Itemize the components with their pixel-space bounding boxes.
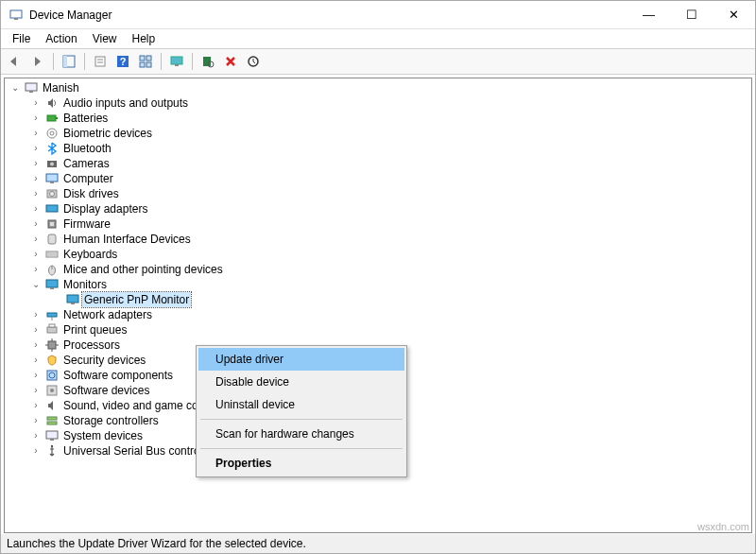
tree-node-label: System devices xyxy=(61,428,145,443)
tree-node[interactable]: ›Print queues xyxy=(9,322,751,338)
expander-icon[interactable]: › xyxy=(29,171,43,186)
expander-icon[interactable]: › xyxy=(29,413,43,428)
back-button[interactable] xyxy=(5,51,26,72)
tree-node-label: Firmware xyxy=(61,216,112,232)
tree-node[interactable]: ›Network adapters xyxy=(9,307,751,322)
tree-node[interactable]: ›Audio inputs and outputs xyxy=(9,95,751,111)
tree-node-label: Storage controllers xyxy=(61,413,161,428)
system-icon xyxy=(44,428,60,443)
status-text: Launches the Update Driver Wizard for th… xyxy=(7,537,306,550)
menu-file[interactable]: File xyxy=(5,30,38,47)
expander-icon[interactable]: › xyxy=(29,247,43,262)
expander-icon[interactable]: › xyxy=(29,307,43,322)
tree-root[interactable]: ⌄ Manish xyxy=(9,80,751,95)
tree-node[interactable]: ›Human Interface Devices xyxy=(9,232,751,247)
expander-icon[interactable]: › xyxy=(29,141,43,156)
tree-node[interactable]: ›Mice and other pointing devices xyxy=(9,262,751,277)
tree-node-label: Network adapters xyxy=(61,307,154,322)
expander-icon[interactable]: › xyxy=(29,398,43,413)
svg-rect-47 xyxy=(48,341,56,349)
monitor-devices-button[interactable] xyxy=(166,51,187,72)
expander-icon[interactable]: › xyxy=(29,262,43,277)
properties-button[interactable] xyxy=(90,51,111,72)
minimize-button[interactable]: — xyxy=(627,1,670,28)
menu-action[interactable]: Action xyxy=(38,30,84,47)
tree-node[interactable]: ›Disk drives xyxy=(9,186,751,201)
svg-rect-40 xyxy=(50,287,54,289)
tree-node-label: Software devices xyxy=(61,383,151,398)
svg-point-60 xyxy=(51,445,53,447)
expander-icon[interactable]: › xyxy=(29,322,43,338)
tree-node-label: Disk drives xyxy=(61,186,121,201)
expander-icon[interactable]: › xyxy=(29,368,43,383)
status-bar: Launches the Update Driver Wizard for th… xyxy=(1,534,755,553)
svg-rect-57 xyxy=(47,422,57,424)
ctx-disable-device[interactable]: Disable device xyxy=(198,371,404,393)
expander-icon[interactable]: › xyxy=(29,216,43,232)
remove-button[interactable] xyxy=(220,51,241,72)
monitor-icon xyxy=(65,292,80,307)
close-button[interactable]: ✕ xyxy=(713,1,755,28)
svg-point-29 xyxy=(50,192,55,197)
svg-rect-56 xyxy=(47,417,57,420)
tree-node[interactable]: ›Keyboards xyxy=(9,247,751,262)
disk-icon xyxy=(44,186,60,201)
tree-node-label: Software components xyxy=(61,368,175,383)
security-icon xyxy=(44,353,60,368)
help-button[interactable]: ? xyxy=(112,51,133,72)
expander-icon[interactable]: › xyxy=(29,383,43,398)
svg-point-23 xyxy=(50,131,54,135)
tree-node[interactable]: ⌄Monitors xyxy=(9,277,751,292)
ctx-uninstall-device[interactable]: Uninstall device xyxy=(198,393,404,416)
expander-icon[interactable]: ⌄ xyxy=(9,80,22,95)
tree-node[interactable]: ›Bluetooth xyxy=(9,141,751,156)
svg-rect-58 xyxy=(46,431,58,439)
svg-rect-3 xyxy=(63,56,67,67)
ctx-update-driver[interactable]: Update driver xyxy=(198,348,404,371)
toolbar-separator xyxy=(84,53,85,70)
audio-icon xyxy=(44,95,60,111)
ctx-scan-hardware[interactable]: Scan for hardware changes xyxy=(198,423,404,445)
window-title: Device Manager xyxy=(29,9,627,22)
expander-icon[interactable]: › xyxy=(29,232,43,247)
expander-icon[interactable]: ⌄ xyxy=(29,277,43,292)
expander-icon[interactable]: › xyxy=(29,111,43,126)
expander-icon[interactable]: › xyxy=(29,126,43,141)
bluetooth-icon xyxy=(44,141,60,156)
tree-node[interactable]: ›Computer xyxy=(9,171,751,186)
show-hide-tree-button[interactable] xyxy=(59,51,79,72)
expander-icon[interactable]: › xyxy=(29,353,43,368)
scan-hardware-button[interactable] xyxy=(198,51,218,72)
tree-node[interactable]: Generic PnP Monitor xyxy=(9,292,751,307)
computer-icon xyxy=(44,171,60,186)
tree-node[interactable]: ›Firmware xyxy=(9,216,751,232)
svg-rect-59 xyxy=(50,439,54,441)
expander-icon[interactable]: › xyxy=(29,186,43,201)
expander-icon[interactable]: › xyxy=(29,428,43,443)
menu-view[interactable]: View xyxy=(85,30,125,47)
view-icons-button[interactable] xyxy=(135,51,156,72)
tree-node[interactable]: ›Batteries xyxy=(9,111,751,126)
ctx-properties[interactable]: Properties xyxy=(198,452,404,475)
forward-button[interactable] xyxy=(27,51,48,72)
storage-icon xyxy=(44,413,60,428)
camera-icon xyxy=(44,156,60,171)
tree-node-label: Print queues xyxy=(61,322,129,338)
expander-icon[interactable]: › xyxy=(29,338,43,353)
svg-rect-45 xyxy=(47,327,57,333)
svg-rect-10 xyxy=(146,56,151,61)
expander-icon[interactable]: › xyxy=(29,443,43,459)
tree-node-label: Security devices xyxy=(61,353,147,368)
expander-icon[interactable]: › xyxy=(29,201,43,216)
expander-icon[interactable]: › xyxy=(29,95,43,111)
maximize-button[interactable]: ☐ xyxy=(670,1,713,28)
update-driver-button[interactable] xyxy=(243,51,264,72)
tree-node[interactable]: ›Cameras xyxy=(9,156,751,171)
menu-help[interactable]: Help xyxy=(125,30,163,47)
svg-rect-19 xyxy=(29,91,33,93)
toolbar-separator xyxy=(161,53,162,70)
tree-node[interactable]: ›Display adapters xyxy=(9,201,751,216)
expander-icon[interactable]: › xyxy=(29,156,43,171)
tree-node-label: Generic PnP Monitor xyxy=(82,292,191,307)
tree-node[interactable]: ›Biometric devices xyxy=(9,126,751,141)
